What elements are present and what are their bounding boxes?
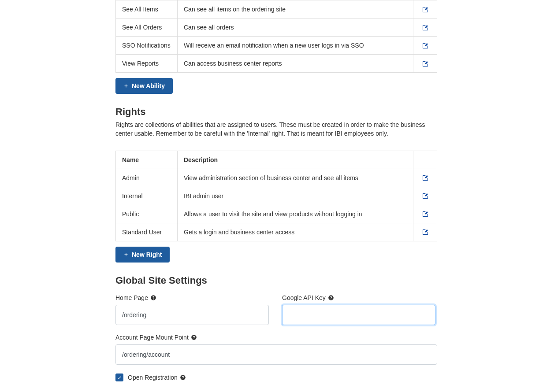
table-row: InternalIBI admin user [116, 187, 437, 205]
ability-description: Can see all orders [178, 18, 413, 37]
edit-icon[interactable] [422, 192, 429, 199]
rights-header-action [413, 151, 437, 169]
table-row: AdminView administration section of busi… [116, 169, 437, 187]
table-row: See All ItemsCan see all items on the or… [116, 0, 437, 18]
main-content: See All ItemsCan see all items on the or… [115, 0, 437, 381]
right-description: View administration section of business … [178, 169, 413, 187]
rights-heading: Rights [115, 106, 437, 118]
edit-icon[interactable] [422, 5, 429, 12]
google-api-key-input[interactable] [282, 305, 435, 325]
edit-icon[interactable] [422, 228, 429, 235]
google-api-key-group: Google API Key [282, 294, 435, 325]
ability-name: See All Items [116, 0, 178, 18]
open-registration-row: Open Registration [115, 374, 437, 381]
rights-description: Rights are collections of abilities that… [115, 120, 437, 138]
plus-icon [123, 252, 129, 257]
ability-name: View Reports [116, 55, 178, 73]
table-row: PublicAllows a user to visit the site an… [116, 205, 437, 223]
help-icon[interactable] [150, 295, 156, 301]
right-description: Gets a login and business center access [178, 223, 413, 241]
help-icon[interactable] [191, 334, 197, 340]
table-row: View ReportsCan access business center r… [116, 55, 437, 73]
new-right-button[interactable]: New Right [115, 247, 170, 263]
rights-table: Name Description AdminView administratio… [115, 151, 437, 241]
right-name: Internal [116, 187, 178, 205]
ability-description: Can access business center reports [178, 55, 413, 73]
new-right-label: New Right [132, 251, 162, 258]
open-registration-label: Open Registration [128, 374, 186, 381]
help-icon[interactable] [328, 295, 334, 301]
check-icon [117, 375, 122, 380]
settings-row-2: Account Page Mount Point [115, 334, 437, 365]
table-row: See All OrdersCan see all orders [116, 18, 437, 37]
ability-description: Can see all items on the ordering site [178, 0, 413, 18]
ability-name: See All Orders [116, 18, 178, 37]
right-name: Public [116, 205, 178, 223]
home-page-input[interactable] [115, 305, 269, 325]
new-ability-label: New Ability [132, 82, 165, 89]
right-description: IBI admin user [178, 187, 413, 205]
account-mount-input[interactable] [115, 344, 437, 365]
right-name: Admin [116, 169, 178, 187]
ability-description: Will receive an email notification when … [178, 37, 413, 55]
home-page-label: Home Page [115, 294, 269, 301]
global-settings-heading: Global Site Settings [115, 275, 437, 286]
edit-icon[interactable] [422, 23, 429, 30]
open-registration-checkbox[interactable] [115, 374, 123, 381]
abilities-table: See All ItemsCan see all items on the or… [115, 0, 437, 73]
rights-header-name: Name [116, 151, 178, 169]
right-name: Standard User [116, 223, 178, 241]
table-row: Standard UserGets a login and business c… [116, 223, 437, 241]
rights-header-description: Description [178, 151, 413, 169]
edit-icon[interactable] [422, 41, 429, 48]
ability-name: SSO Notifications [116, 37, 178, 55]
edit-icon[interactable] [422, 210, 429, 217]
home-page-group: Home Page [115, 294, 269, 325]
google-api-key-label: Google API Key [282, 294, 435, 301]
edit-icon[interactable] [422, 174, 429, 181]
settings-row-1: Home Page Google API Key [115, 294, 437, 325]
new-ability-button[interactable]: New Ability [115, 78, 173, 94]
plus-icon [123, 83, 129, 89]
account-mount-group: Account Page Mount Point [115, 334, 437, 365]
table-row: SSO NotificationsWill receive an email n… [116, 37, 437, 55]
account-mount-label: Account Page Mount Point [115, 334, 437, 341]
help-icon[interactable] [180, 374, 186, 381]
edit-icon[interactable] [422, 59, 429, 67]
right-description: Allows a user to visit the site and view… [178, 205, 413, 223]
